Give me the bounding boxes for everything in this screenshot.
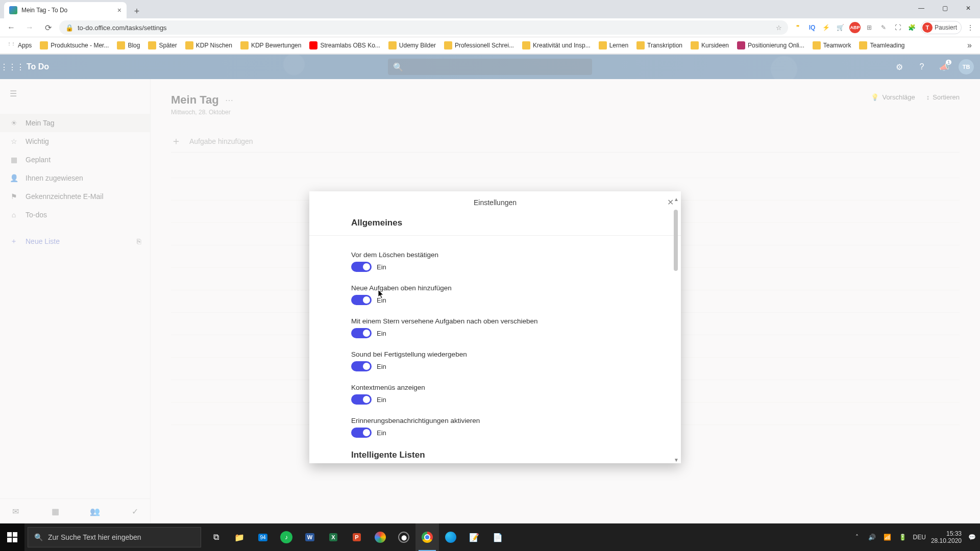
address-bar: ← → ⟳ 🔒 to-do.office.com/tasks/settings … bbox=[0, 18, 980, 37]
word-icon[interactable]: W bbox=[298, 523, 322, 551]
bookmark-label: Blog bbox=[128, 42, 140, 49]
folder-icon bbox=[522, 41, 530, 49]
adblock-icon[interactable]: ABP bbox=[849, 22, 861, 33]
folder-icon bbox=[40, 41, 48, 49]
ext-icon[interactable]: ⛶ bbox=[892, 22, 903, 33]
scroll-thumb[interactable] bbox=[674, 210, 678, 271]
date-text: 28.10.2020 bbox=[931, 537, 962, 544]
bookmark-item[interactable]: Positionierung Onli... bbox=[734, 39, 807, 52]
modal-close-icon[interactable]: ✕ bbox=[667, 197, 674, 207]
start-button[interactable] bbox=[0, 523, 24, 551]
folder-icon bbox=[444, 41, 452, 49]
ext-icon[interactable]: ❞ bbox=[792, 22, 803, 33]
volume-icon[interactable]: 🔊 bbox=[867, 532, 877, 542]
bookmark-label: Transkription bbox=[647, 42, 682, 49]
wifi-icon[interactable]: 📶 bbox=[883, 532, 893, 542]
modal-title: Einstellungen bbox=[474, 198, 517, 207]
notepad-icon[interactable]: 📝 bbox=[462, 523, 486, 551]
task-view-icon[interactable]: ⧉ bbox=[204, 523, 228, 551]
folder-icon bbox=[240, 41, 249, 49]
toggle-switch[interactable] bbox=[351, 328, 372, 338]
bookmark-item[interactable]: Professionell Schrei... bbox=[441, 39, 517, 52]
scroll-down-icon[interactable]: ▼ bbox=[674, 457, 679, 462]
reload-button[interactable]: ⟳ bbox=[41, 20, 55, 35]
notepad-icon[interactable]: 📄 bbox=[486, 523, 509, 551]
profile-badge[interactable]: T Pausiert bbox=[921, 21, 962, 34]
forward-button[interactable]: → bbox=[22, 20, 37, 35]
toggle-switch[interactable] bbox=[351, 262, 372, 272]
edge-icon[interactable] bbox=[439, 523, 462, 551]
bookmark-item[interactable]: Kursideen bbox=[688, 39, 732, 52]
extensions-icon[interactable]: 🧩 bbox=[906, 22, 918, 33]
notification-icon[interactable]: 💬 bbox=[967, 532, 977, 542]
maximize-button[interactable]: ▢ bbox=[933, 0, 957, 16]
taskbar-search[interactable]: 🔍 Zur Suche Text hier eingeben bbox=[28, 527, 201, 547]
url-text: to-do.office.com/tasks/settings bbox=[78, 24, 167, 32]
toggle-switch[interactable] bbox=[351, 428, 372, 438]
toggle-switch[interactable] bbox=[351, 361, 372, 371]
kebab-menu-icon[interactable]: ⋮ bbox=[965, 22, 976, 33]
bookmark-item[interactable]: KDP Bewertungen bbox=[237, 39, 305, 52]
svg-rect-3 bbox=[13, 538, 17, 542]
ext-icon[interactable]: ⚡ bbox=[821, 22, 832, 33]
minimize-button[interactable]: ― bbox=[910, 0, 933, 16]
toggle-state-label: Ein bbox=[377, 330, 386, 337]
bookmark-item[interactable]: KDP Nischen bbox=[182, 39, 235, 52]
tray-chevron-icon[interactable]: ˄ bbox=[852, 532, 862, 542]
chrome-icon[interactable] bbox=[415, 523, 439, 551]
ext-icon[interactable]: 🛒 bbox=[835, 22, 846, 33]
bookmark-item[interactable]: Kreativität und Insp... bbox=[519, 39, 594, 52]
powerpoint-icon[interactable]: P bbox=[345, 523, 369, 551]
bookmark-label: KDP Nischen bbox=[196, 42, 232, 49]
setting-row: Vor dem Löschen bestätigenEin bbox=[351, 251, 639, 272]
bookmark-item[interactable]: Lernen bbox=[596, 39, 631, 52]
toggle-switch[interactable] bbox=[351, 295, 372, 305]
spotify-icon[interactable]: ♪ bbox=[275, 523, 298, 551]
folder-icon bbox=[813, 41, 821, 49]
toggle-switch[interactable] bbox=[351, 394, 372, 405]
browser-tab[interactable]: Mein Tag - To Do × bbox=[4, 2, 127, 18]
setting-label: Kontextmenüs anzeigen bbox=[351, 384, 639, 391]
todo-favicon bbox=[9, 6, 17, 14]
bookmark-item[interactable]: Streamlabs OBS Ko... bbox=[306, 39, 383, 52]
bookmarks-overflow[interactable]: » bbox=[963, 39, 976, 52]
bookmark-item[interactable]: Udemy Bilder bbox=[385, 39, 439, 52]
bookmark-label: Teamwork bbox=[823, 42, 851, 49]
mail-app-icon[interactable]: 94 bbox=[251, 523, 275, 551]
bookmark-label: Professionell Schrei... bbox=[455, 42, 514, 49]
back-button[interactable]: ← bbox=[4, 20, 18, 35]
close-window-button[interactable]: ✕ bbox=[957, 0, 980, 16]
bookmark-item[interactable]: Produktsuche - Mer... bbox=[37, 39, 112, 52]
new-tab-button[interactable]: + bbox=[130, 4, 144, 18]
ext-icon[interactable]: ⊞ bbox=[864, 22, 875, 33]
svg-rect-2 bbox=[7, 538, 12, 542]
setting-label: Sound bei Fertigstellung wiedergeben bbox=[351, 350, 639, 358]
obs-icon[interactable]: ⬤ bbox=[392, 523, 415, 551]
bookmark-item[interactable]: ⋮⋮Apps bbox=[4, 39, 35, 52]
ext-icon[interactable]: ✎ bbox=[878, 22, 889, 33]
search-placeholder: Zur Suche Text hier eingeben bbox=[48, 533, 141, 541]
modal-scrollbar[interactable]: ▲ ▼ bbox=[673, 210, 680, 463]
clock[interactable]: 15:33 28.10.2020 bbox=[931, 530, 962, 545]
search-icon: 🔍 bbox=[34, 533, 43, 541]
battery-icon[interactable]: 🔋 bbox=[898, 532, 908, 542]
excel-icon[interactable]: X bbox=[322, 523, 345, 551]
bookmark-label: Udemy Bilder bbox=[399, 42, 436, 49]
scroll-up-icon[interactable]: ▲ bbox=[674, 196, 679, 202]
ext-icon[interactable]: IQ bbox=[806, 22, 818, 33]
bookmark-label: Teamleading bbox=[870, 42, 904, 49]
tab-bar: Mein Tag - To Do × + ― ▢ ✕ bbox=[0, 0, 980, 18]
site-icon bbox=[737, 41, 745, 49]
app-icon[interactable] bbox=[369, 523, 392, 551]
language-indicator[interactable]: DEU bbox=[913, 534, 926, 541]
bookmark-label: Streamlabs OBS Ko... bbox=[320, 42, 380, 49]
close-tab-icon[interactable]: × bbox=[117, 6, 121, 14]
omnibox[interactable]: 🔒 to-do.office.com/tasks/settings ☆ bbox=[59, 20, 788, 35]
bookmark-item[interactable]: Teamwork bbox=[810, 39, 854, 52]
explorer-icon[interactable]: 📁 bbox=[228, 523, 251, 551]
bookmark-item[interactable]: Teamleading bbox=[856, 39, 908, 52]
bookmark-item[interactable]: Transkription bbox=[633, 39, 685, 52]
bookmark-item[interactable]: Später bbox=[145, 39, 180, 52]
star-icon[interactable]: ☆ bbox=[776, 24, 782, 32]
bookmark-item[interactable]: Blog bbox=[114, 39, 143, 52]
